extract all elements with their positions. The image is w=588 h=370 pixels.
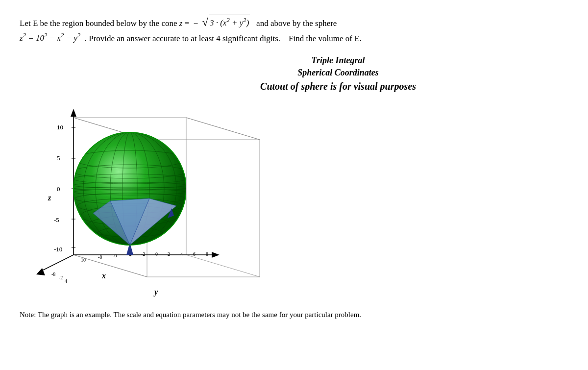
- svg-line-3: [186, 118, 260, 140]
- svg-marker-11: [212, 252, 220, 258]
- note-text: Note: The graph is an example. The scale…: [20, 309, 387, 321]
- svg-text:-6: -6: [113, 253, 117, 258]
- svg-line-8: [39, 255, 74, 272]
- title-block: Triple Integral Spherical Coordinates Cu…: [108, 54, 568, 93]
- note-content: Note: The graph is an example. The scale…: [20, 311, 361, 319]
- graph-svg: -8 -2 4 10 -8 -6 -4 -2 0 2 4 6 8: [34, 103, 289, 299]
- problem-statement: Let E be the region bounded below by the…: [20, 15, 568, 46]
- svg-marker-7: [71, 109, 76, 117]
- svg-text:-2: -2: [59, 275, 63, 280]
- svg-text:4: 4: [65, 278, 67, 284]
- svg-text:-8: -8: [51, 271, 55, 277]
- title-main: Triple Integral: [108, 54, 568, 67]
- title-sub: Spherical Coordinates: [108, 67, 568, 79]
- svg-marker-9: [36, 268, 45, 275]
- problem-line1: Let E be the region bounded below by the…: [20, 15, 568, 31]
- svg-text:-8: -8: [98, 254, 102, 260]
- svg-text:10: 10: [81, 257, 86, 263]
- svg-text:8: 8: [206, 251, 208, 257]
- svg-text:6: 6: [193, 251, 196, 257]
- title-note: Cutout of sphere is for visual purposes: [108, 79, 568, 93]
- graph-container: 10 5 0 -5 -10 z x y: [34, 103, 568, 299]
- graph-area: 10 5 0 -5 -10 z x y: [34, 103, 289, 299]
- problem-line2: z2 = 102 − x2 − y2 . Provide an answer a…: [20, 31, 568, 46]
